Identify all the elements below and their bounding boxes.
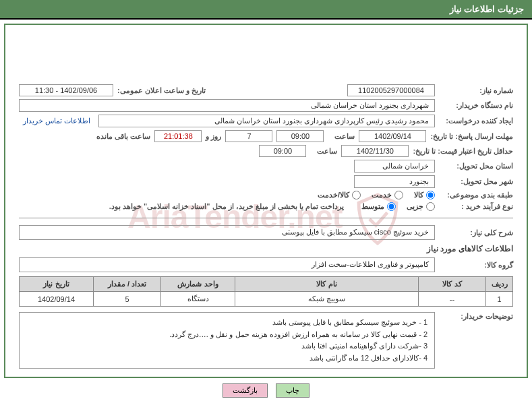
validity-date: 1402/11/30 (341, 145, 409, 157)
th-code: کد کالا (419, 277, 486, 292)
table-row: 1 -- سوییچ شبکه دستگاه 5 1402/09/14 (20, 292, 513, 307)
radio-both[interactable]: کالا/خدمت (318, 191, 361, 199)
radio-medium[interactable]: متوسط (361, 202, 396, 211)
countdown: 21:01:38 (154, 130, 202, 142)
td-idx: 1 (486, 292, 513, 307)
radio-goods-input[interactable] (426, 191, 435, 199)
radio-both-input[interactable] (352, 191, 361, 199)
buyer-note-line: 1 - خرید سوئیچ سیسکو مطابق با فایل پیوست… (26, 317, 427, 329)
group-value: کامپیوتر و فناوری اطلاعات-سخت افزار (19, 257, 435, 272)
desc-label: شرح کلی نیاز: (439, 228, 513, 237)
separator (19, 218, 513, 218)
announce-value: 1402/09/06 - 11:30 (19, 84, 113, 96)
back-button[interactable]: بازگشت (223, 383, 268, 398)
print-button[interactable]: چاپ (276, 383, 309, 398)
buyer-note-line: 4 -کالادارای حداقل 12 ماه گارانتی باشد (26, 352, 427, 365)
radio-minor[interactable]: جزیی (407, 202, 435, 211)
city-value: بجنورد (354, 175, 435, 188)
class-label: طبقه بندی موضوعی: (439, 191, 513, 199)
radio-both-label: کالا/خدمت (318, 191, 349, 199)
radio-minor-input[interactable] (426, 202, 435, 211)
goods-section-title: اطلاعات کالاهای مورد نیاز (19, 244, 513, 253)
deadline-date: 1402/09/14 (359, 130, 426, 142)
radio-minor-label: جزیی (407, 202, 423, 211)
province-label: استان محل تحویل: (439, 162, 513, 170)
days-label: روز و (206, 132, 221, 141)
form-content: AriaTender.net شماره نیاز: 1102005297000… (4, 24, 528, 378)
td-date: 1402/09/14 (20, 292, 94, 307)
page-title: جزئیات اطلاعات نیاز (0, 0, 532, 20)
button-bar: چاپ بازگشت (0, 383, 532, 402)
validity-time: 09:00 (259, 145, 306, 157)
deadline-time-label: ساعت (328, 132, 355, 141)
th-unit: واحد شمارش (161, 277, 235, 292)
announce-label: تاریخ و ساعت اعلان عمومی: (117, 86, 206, 95)
deadline-time: 09:00 (276, 130, 324, 142)
buyer-note-line: 2 - قیمت نهایی کالا در سامانه به همراه ا… (26, 329, 427, 341)
td-unit: دستگاه (161, 292, 235, 307)
th-date: تاریخ نیاز (20, 277, 94, 292)
group-label: گروه کالا: (439, 261, 513, 270)
buyer-org-label: نام دستگاه خریدار: (439, 101, 513, 110)
radio-service[interactable]: خدمت (372, 191, 403, 199)
proc-note: پرداخت تمام یا بخشی از مبلغ خرید، از محل… (109, 202, 344, 211)
buyer-notes-box: 1 - خرید سوئیچ سیسکو مطابق با فایل پیوست… (19, 312, 435, 369)
th-idx: ردیف (486, 277, 513, 292)
td-qty: 5 (94, 292, 161, 307)
deadline-label: مهلت ارسال پاسخ: تا تاریخ: (430, 132, 513, 141)
buyer-org-value: شهرداری بجنورد استان خراسان شمالی (19, 99, 435, 112)
proc-label: نوع فرآیند خرید : (439, 202, 513, 211)
td-code: -- (419, 292, 486, 307)
radio-service-input[interactable] (394, 191, 403, 199)
buyer-notes-label: توضیحات خریدار: (439, 312, 513, 321)
radio-medium-input[interactable] (387, 202, 396, 211)
validity-label: حداقل تاریخ اعتبار قیمت: تا تاریخ: (413, 147, 513, 156)
th-qty: تعداد / مقدار (94, 277, 161, 292)
creator-value: محمود رشیدی رئیس کارپردازی شهرداری بجنور… (98, 115, 435, 127)
need-no-value: 1102005297000084 (347, 84, 435, 96)
radio-goods[interactable]: کالا (414, 191, 435, 199)
city-label: شهر محل تحویل: (439, 177, 513, 186)
td-name: سوییچ شبکه (235, 292, 419, 307)
buyer-note-line: 3 -شرکت دارای گواهینامه امنیتی افتا باشد (26, 340, 427, 352)
province-value: خراسان شمالی (354, 160, 435, 173)
desc-value: خرید سوئیچ cisco سیسکو مطابق با فایل پیو… (19, 225, 435, 240)
creator-label: ایجاد کننده درخواست: (439, 117, 513, 125)
radio-medium-label: متوسط (361, 202, 384, 211)
th-name: نام کالا (235, 277, 419, 292)
radio-service-label: خدمت (372, 191, 392, 199)
goods-table: ردیف کد کالا نام کالا واحد شمارش تعداد /… (19, 276, 513, 307)
validity-time-label: ساعت (310, 147, 337, 156)
days-remaining: 7 (225, 130, 272, 142)
contact-link[interactable]: اطلاعات تماس خریدار (19, 117, 94, 125)
table-header-row: ردیف کد کالا نام کالا واحد شمارش تعداد /… (20, 277, 513, 292)
remain-label: ساعت باقی مانده (96, 132, 150, 141)
radio-goods-label: کالا (414, 191, 423, 199)
need-no-label: شماره نیاز: (439, 86, 513, 95)
